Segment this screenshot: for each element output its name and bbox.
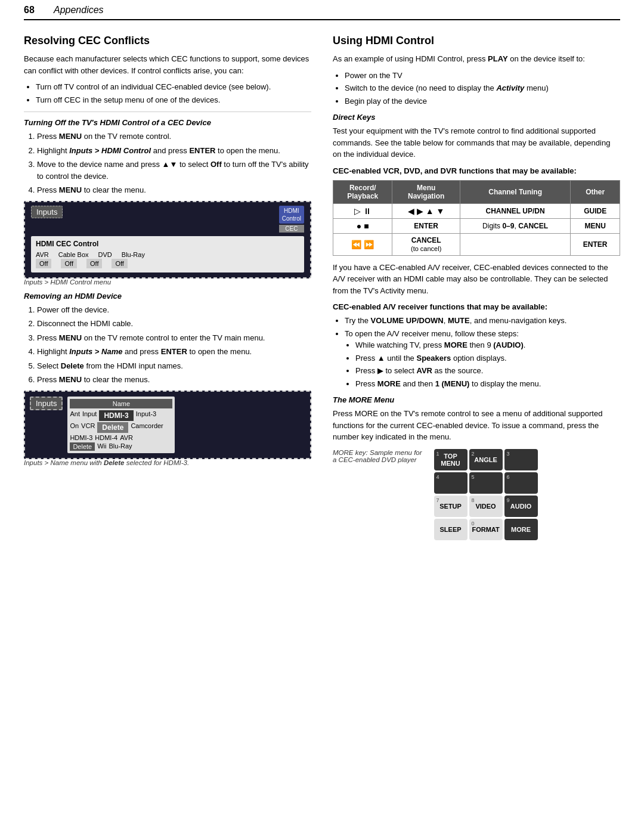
key-video: 8VIDEO	[469, 496, 503, 517]
td-channel2: Digits 0–9, CANCEL	[460, 218, 571, 233]
list-item: Press MENU to clear the menu.	[37, 184, 311, 196]
hdmi-inner-menu: HDMI CEC Control AVR Cable Box DVD Blu-R…	[31, 236, 304, 272]
key-setup: 7SETUP	[434, 496, 467, 517]
removing-hdmi-heading: Removing an HDMI Device	[24, 292, 311, 301]
name-dropdown-area: Name Ant Input HDMI-3 Input-3 On VCR Del…	[67, 397, 175, 453]
turning-off-heading: Turning Off the TV's HDMI Control of a C…	[24, 118, 311, 127]
list-item: Press ▶ to select AVR as the source.	[355, 365, 620, 377]
td-nav2: ENTER	[392, 218, 460, 233]
th-other: Other	[571, 180, 620, 203]
hdmi-col-bluray: Blu-Ray	[122, 251, 145, 258]
page-title-header: Appendices	[54, 5, 104, 16]
table-row: ▷ ⏸ ◀ ▶ ▲ ▼ CHANNEL UP/DN GUIDE	[333, 203, 620, 218]
resolving-cec-intro: Because each manufacturer selects which …	[24, 53, 311, 76]
table-header-row: Record/Playback MenuNavigation Channel T…	[333, 180, 620, 203]
name-cell: Ant	[70, 410, 80, 421]
list-item: Turn off CEC in the setup menu of one of…	[36, 94, 311, 106]
hdmi-control-badge: HDMIControl	[279, 206, 304, 224]
td-channel1: CHANNEL UP/DN	[460, 203, 571, 218]
hdmi3-highlight: HDMI-3	[99, 410, 133, 421]
more-key-caption-area: MORE key: Sample menu for a CEC-enabled …	[333, 449, 422, 463]
name-cell: HDMI-4	[95, 434, 117, 441]
list-item: Try the VOLUME UP/DOWN, MUTE, and menu-n…	[345, 315, 620, 327]
td-other3: ENTER	[571, 233, 620, 255]
td-rewind-ff: ⏪ ⏩	[333, 233, 392, 255]
more-key-grid: 1TOP MENU 2ANGLE 3 4 5	[434, 449, 538, 540]
hdmi-col-avr: AVR	[36, 251, 49, 258]
hdmi-col-dvd: DVD	[98, 251, 112, 258]
key-3: 3	[504, 449, 538, 470]
list-item: Highlight Inputs > HDMI Control and pres…	[37, 145, 311, 157]
key-4: 4	[434, 472, 467, 494]
delete-selected-cell: Delete	[70, 442, 95, 451]
key-5: 5	[469, 472, 503, 494]
list-item: Disconnect the HDMI cable.	[37, 318, 311, 330]
hdmi-screen-label: Inputs > HDMI Control menu	[24, 278, 311, 286]
inputs-label: Inputs	[31, 206, 63, 218]
hdmi-val-dvd: Off	[86, 260, 102, 267]
name-row-4: Delete Wii Blu-Ray	[70, 442, 172, 451]
using-hdmi-heading: Using HDMI Control	[333, 35, 620, 47]
td-nav3: CANCEL(to cancel)	[392, 233, 460, 255]
hdmi-val-avr: Off	[36, 260, 51, 267]
cec-table: Record/Playback MenuNavigation Channel T…	[333, 180, 620, 256]
key-audio: 9AUDIO	[504, 496, 538, 517]
name-cell: HDMI-3	[70, 434, 92, 441]
name-cell: Wii	[97, 442, 106, 451]
list-item: While watching TV, press MORE then 9 (AU…	[355, 339, 620, 351]
list-item: Press MENU to clear the menus.	[37, 374, 311, 386]
using-hdmi-bullets: Power on the TV Switch to the device (no…	[345, 70, 620, 107]
key-top-menu: 1TOP MENU	[434, 449, 467, 470]
th-menu: MenuNavigation	[392, 180, 460, 203]
name-cell: Camcorder	[131, 422, 163, 433]
table-row: ● ■ ENTER Digits 0–9, CANCEL MENU	[333, 218, 620, 233]
cec-badge: CEC	[279, 225, 304, 233]
name-inputs-label: Inputs	[30, 397, 63, 410]
after-table-text: If you have a CEC-enabled A/V receiver, …	[333, 262, 620, 297]
more-key-section: MORE key: Sample menu for a CEC-enabled …	[333, 449, 620, 540]
hdmi-col-cable: Cable Box	[58, 251, 89, 258]
name-row-3: HDMI-3 HDMI-4 AVR	[70, 434, 172, 441]
name-cell: Input	[82, 410, 97, 421]
td-channel3	[460, 233, 571, 255]
hdmi-values-row: Off Off Off Off	[36, 260, 299, 267]
resolving-cec-bullets: Turn off TV control of an individual CEC…	[36, 81, 311, 106]
more-key-caption: MORE key: Sample menu for a CEC-enabled …	[333, 449, 422, 463]
table-row: ⏪ ⏩ CANCEL(to cancel) ENTER	[333, 233, 620, 255]
name-cell: Blu-Ray	[109, 442, 132, 451]
name-menu-screen: Inputs Name Ant Input HDMI-3 Input-3 On …	[24, 391, 311, 459]
left-column: Resolving CEC Conflicts Because each man…	[24, 35, 311, 540]
list-item: Switch to the device (no need to display…	[345, 82, 620, 94]
key-format: 0FORMAT	[469, 519, 503, 540]
name-row-1: Ant Input HDMI-3 Input-3	[70, 410, 172, 421]
name-cell: VCR	[81, 422, 95, 433]
name-cell: Input-3	[136, 410, 156, 421]
td-other2: MENU	[571, 218, 620, 233]
key-sleep: SLEEP	[434, 519, 467, 540]
hdmi-inner-title: HDMI CEC Control	[36, 240, 299, 248]
name-cell: AVR	[120, 434, 133, 441]
two-column-layout: Resolving CEC Conflicts Because each man…	[24, 35, 620, 540]
list-item: Turn off TV control of an individual CEC…	[36, 81, 311, 93]
delete-btn: Delete	[97, 422, 128, 433]
list-item: Press MORE and then 1 (MENU) to display …	[355, 378, 620, 390]
name-row-2: On VCR Delete Camcorder	[70, 422, 172, 433]
hdmi-val-cable: Off	[61, 260, 76, 267]
direct-keys-body: Test your equipment with the TV's remote…	[333, 125, 620, 160]
td-rec-stop: ● ■	[333, 218, 392, 233]
page-header: 68 Appendices	[24, 0, 620, 20]
turning-off-steps: Press MENU on the TV remote control. Hig…	[37, 131, 311, 196]
td-play-pause: ▷ ⏸	[333, 203, 392, 218]
hdmi-val-bluray: Off	[112, 260, 127, 267]
list-item: Power off the device.	[37, 304, 311, 316]
more-menu-body: Press MORE on the TV's remote control to…	[333, 408, 620, 443]
list-item: Press MENU on the TV remote control to e…	[37, 332, 311, 344]
name-cell: On	[70, 422, 79, 433]
key-more: MORE	[504, 519, 538, 540]
removing-hdmi-steps: Power off the device. Disconnect the HDM…	[37, 304, 311, 386]
list-item: Highlight Inputs > Name and press ENTER …	[37, 346, 311, 358]
page-container: 68 Appendices Resolving CEC Conflicts Be…	[0, 0, 644, 564]
key-angle: 2ANGLE	[469, 449, 503, 470]
td-other1: GUIDE	[571, 203, 620, 218]
td-nav1: ◀ ▶ ▲ ▼	[392, 203, 460, 218]
